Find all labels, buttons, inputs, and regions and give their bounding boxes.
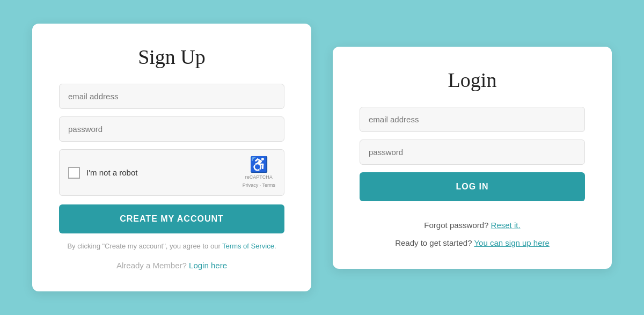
- login-card: Login LOG IN Forgot password? Reset it. …: [333, 47, 612, 269]
- terms-prefix: By clicking "Create my account", you agr…: [67, 242, 222, 250]
- captcha-branding: ♿ reCAPTCHA Privacy · Terms: [243, 157, 275, 188]
- signup-title: Sign Up: [59, 45, 284, 69]
- reset-password-link[interactable]: Reset it.: [491, 221, 521, 230]
- login-title: Login: [360, 68, 585, 92]
- terms-link[interactable]: Terms of Service: [222, 242, 274, 250]
- captcha-widget: I'm not a robot ♿ reCAPTCHA Privacy · Te…: [59, 149, 284, 196]
- login-here-link[interactable]: Login here: [189, 261, 227, 270]
- terms-text: By clicking "Create my account", you agr…: [59, 242, 284, 250]
- captcha-label: I'm not a robot: [86, 168, 137, 177]
- signup-prompt-text: Ready to get started? You can sign up he…: [360, 238, 585, 247]
- login-email-input[interactable]: [360, 107, 585, 132]
- signup-prefix: Ready to get started?: [395, 238, 472, 247]
- login-password-input[interactable]: [360, 140, 585, 165]
- recaptcha-brand: reCAPTCHA: [245, 174, 273, 181]
- terms-suffix: .: [274, 242, 276, 250]
- login-button[interactable]: LOG IN: [360, 172, 585, 201]
- create-account-button[interactable]: CREATE MY ACCOUNT: [59, 204, 284, 233]
- signup-email-input[interactable]: [59, 84, 284, 109]
- signup-card: Sign Up I'm not a robot ♿ reCAPTCHA Priv…: [32, 24, 311, 292]
- forgot-prefix: Forgot password?: [424, 221, 488, 230]
- member-text: Already a Member? Login here: [59, 261, 284, 270]
- member-prefix: Already a Member?: [116, 261, 187, 270]
- signup-password-input[interactable]: [59, 116, 284, 142]
- captcha-left: I'm not a robot: [68, 167, 137, 179]
- captcha-checkbox[interactable]: [68, 167, 80, 179]
- recaptcha-links: Privacy · Terms: [243, 182, 275, 188]
- forgot-password-text: Forgot password? Reset it.: [360, 221, 585, 230]
- signup-here-link[interactable]: You can sign up here: [474, 238, 549, 247]
- recaptcha-icon: ♿: [250, 157, 268, 172]
